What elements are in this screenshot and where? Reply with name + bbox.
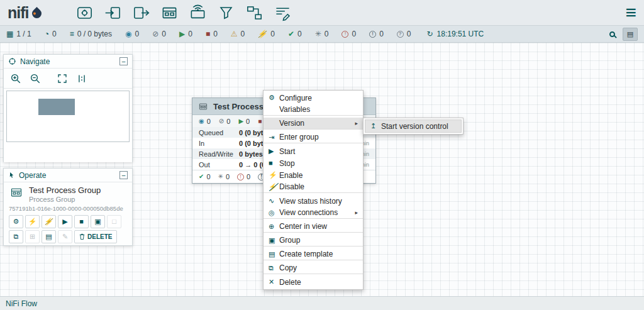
stop-icon: ■ <box>79 218 84 225</box>
menu-item-view-status-history[interactable]: ∿ View status history <box>264 195 363 207</box>
status-locally-modified-stale: ! 0 <box>369 30 384 38</box>
status-locally-modified: ✳ 0 <box>315 30 329 38</box>
flow-canvas[interactable]: Navigate – Operate – <box>0 43 644 296</box>
flow-status-bar: ▦ 1 / 1 ◔ 0 ≡ 0 / 0 bytes ◉ 0 ⊘ 0 <box>0 26 644 43</box>
nifi-logo-text: nifi <box>8 4 29 22</box>
status-active-threads: ◔ 0 <box>45 30 57 38</box>
stop-button[interactable]: ■ <box>74 215 89 228</box>
bulletin-board-button[interactable]: ▤ <box>623 28 638 41</box>
operate-collapse-button[interactable]: – <box>119 171 128 179</box>
status-transmitting: ◉ 0 <box>125 30 139 38</box>
threads-icon: ◔ <box>45 30 49 38</box>
no-transmit-icon: ⊘ <box>152 30 158 38</box>
toolbar-funnel-button[interactable] <box>212 0 240 25</box>
status-tools: ▤ <box>605 28 638 41</box>
selection-type: Process Group <box>29 196 101 203</box>
fill-color-button[interactable]: ✎ <box>58 230 72 243</box>
remote-process-group-icon <box>189 4 206 21</box>
copy-button[interactable]: ⧉ <box>9 230 23 243</box>
toolbar-input-port-button[interactable] <box>99 0 127 25</box>
pg-version-count: ↑ 0 <box>237 173 250 180</box>
copy-icon: ⧉ <box>14 233 19 240</box>
status-stale: ↑ 0 <box>341 30 356 38</box>
menu-item-start[interactable]: ▶ Start <box>264 145 363 157</box>
configure-button[interactable]: ⚙ <box>9 215 23 228</box>
bolt-slash-icon: ⚡ <box>45 218 53 225</box>
minimap-flow-rect <box>38 99 75 115</box>
menu-item-enter-group[interactable]: ⇥ Enter group <box>264 131 363 143</box>
menu-item-start-version-control[interactable]: ↥ Start version control <box>365 119 462 133</box>
group-button[interactable]: ▣ <box>91 215 105 228</box>
zoom-fit-button[interactable] <box>54 71 70 86</box>
refresh-icon[interactable]: ↻ <box>427 30 433 38</box>
delete-button[interactable]: DELETE <box>74 230 117 243</box>
no-transmit-icon: ⊘ <box>219 118 224 125</box>
start-button[interactable]: ▶ <box>58 215 72 228</box>
zoom-actual-size-button[interactable] <box>74 71 89 86</box>
toolbar-label-button[interactable] <box>269 0 297 25</box>
selection-id: 757191b1-016e-1000-0000-000050db85de <box>4 203 132 213</box>
template-icon: ▤ <box>269 251 279 258</box>
menu-item-view-connections[interactable]: ◎ View connections ▸ <box>264 207 363 219</box>
create-template-button[interactable]: ▤ <box>42 230 56 243</box>
menu-item-group[interactable]: ▣ Group <box>264 235 363 246</box>
status-disabled: ⚡ 0 <box>258 30 275 38</box>
zoom-fit-icon <box>57 73 68 84</box>
toolbar-output-port-button[interactable] <box>127 0 155 25</box>
menu-item-variables[interactable]: Variables <box>264 104 363 116</box>
disable-button[interactable]: ⚡ <box>42 215 56 228</box>
global-menu-button[interactable]: ≡ <box>625 3 636 22</box>
navigate-panel-title: Navigate <box>20 57 50 66</box>
enable-button[interactable]: ⚡ <box>25 215 40 228</box>
search-button[interactable] <box>605 28 619 40</box>
breadcrumb-bar: NiFi Flow <box>0 296 644 310</box>
toolbar-processor-button[interactable] <box>70 0 99 25</box>
menu-item-center-in-view[interactable]: ⊕ Center in view <box>264 221 363 233</box>
menu-item-enable[interactable]: ⚡ Enable <box>264 169 363 181</box>
status-connected-nodes: ▦ 1 / 1 <box>6 30 31 38</box>
menu-item-copy[interactable]: ⧉ Copy <box>264 262 363 274</box>
bolt-icon: ⚡ <box>28 218 37 225</box>
status-not-transmitting: ⊘ 0 <box>152 30 166 38</box>
version-control-icon: ↥ <box>370 123 381 130</box>
pg-version-count: ✔ 0 <box>199 173 211 180</box>
birdseye-minimap[interactable] <box>4 88 132 162</box>
toolbar-remote-process-group-button[interactable] <box>184 0 212 25</box>
processor-icon <box>76 4 93 21</box>
play-icon: ▶ <box>62 218 67 225</box>
toolbar-process-group-button[interactable] <box>155 0 184 25</box>
operate-buttons-row-2: ⧉ ⊞ ▤ ✎ DELETE <box>4 228 132 243</box>
menu-item-configure[interactable]: ⚙ Configure <box>264 92 363 104</box>
zoom-out-button[interactable] <box>27 71 43 86</box>
check-icon: ✔ <box>199 174 204 180</box>
menu-item-delete[interactable]: ✕ Delete <box>264 276 363 288</box>
paste-button[interactable]: ⊞ <box>25 230 40 243</box>
search-icon <box>609 31 615 37</box>
ungroup-button[interactable]: □ <box>107 215 121 228</box>
pencil-icon: ✎ <box>62 233 68 240</box>
status-invalid: ⚠ 0 <box>231 30 245 38</box>
menu-item-stop[interactable]: ■ Stop <box>264 157 363 169</box>
chart-icon: ∿ <box>269 197 279 204</box>
zoom-out-icon <box>30 73 41 84</box>
pg-count: ⊘ 0 <box>219 118 231 125</box>
submenu-arrow-icon: ▸ <box>355 209 358 216</box>
context-menu: ⚙ Configure Variables Version ▸ ⇥ Enter … <box>263 90 364 290</box>
zoom-in-button[interactable] <box>8 71 23 86</box>
ungroup-icon: □ <box>112 218 116 225</box>
toolbar-template-button[interactable] <box>240 0 269 25</box>
group-icon: ▣ <box>94 218 101 225</box>
navigate-toolbar <box>4 69 132 88</box>
pointer-icon <box>8 171 15 179</box>
menu-item-version[interactable]: Version ▸ <box>264 118 363 130</box>
navigate-collapse-button[interactable]: – <box>119 57 128 65</box>
operate-panel: Operate – Test Process Group Process Gro… <box>3 168 133 246</box>
stop-icon: ■ <box>269 160 279 167</box>
pg-count: ▶ 0 <box>238 118 250 125</box>
group-icon: ▣ <box>269 237 279 244</box>
board-icon: ▤ <box>627 31 633 38</box>
breadcrumb-nifi-flow[interactable]: NiFi Flow <box>6 299 37 308</box>
paste-icon: ⊞ <box>30 233 35 240</box>
menu-item-disable[interactable]: ⚡ Disable <box>264 181 363 193</box>
menu-item-create-template[interactable]: ▤ Create template <box>264 248 363 260</box>
